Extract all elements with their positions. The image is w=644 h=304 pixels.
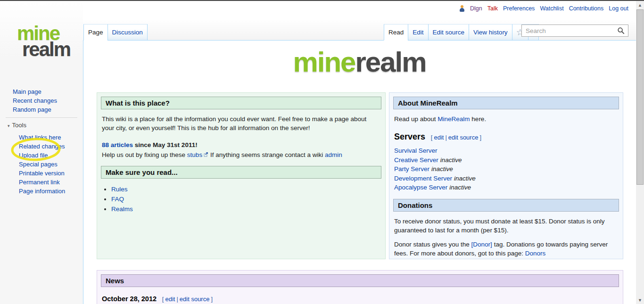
servers-edit-link[interactable]: edit xyxy=(434,134,444,141)
donations-paragraph-1: To receive donor status, you must donate… xyxy=(394,217,618,235)
sidebar-item-page-information[interactable]: Page information xyxy=(19,187,77,196)
news-date-row: October 28, 2012 [edit|edit source] xyxy=(102,295,618,303)
tab-page[interactable]: Page xyxy=(83,24,107,41)
search-button[interactable] xyxy=(614,25,628,36)
sidebar-item-printable-version[interactable]: Printable version xyxy=(19,169,77,178)
what-is-this-place-header: What is this place? xyxy=(101,97,381,109)
news-edit-link[interactable]: edit xyxy=(165,296,175,303)
server-status: inactive xyxy=(440,156,462,164)
sidebar-item-random-page[interactable]: Random page xyxy=(13,105,57,114)
donations-header: Donations xyxy=(393,199,619,212)
list-item: Realms xyxy=(111,204,380,214)
tools-header[interactable]: ▾Tools xyxy=(6,122,77,129)
sidebar-item-recent-changes[interactable]: Recent changes xyxy=(13,96,57,105)
minerealm-wiki-page: Dlgn Talk Preferences Watchlist Contribu… xyxy=(0,0,644,304)
rules-link[interactable]: Rules xyxy=(111,186,128,193)
about-intro: Read up about MineRealm here. xyxy=(394,115,618,123)
sidebar-logo-realm: realm xyxy=(22,41,70,58)
make-sure-you-read-header: Make sure you read... xyxy=(101,166,381,179)
sidebar-item-what-links-here[interactable]: What links here xyxy=(19,133,77,142)
search-box xyxy=(521,25,628,37)
about-intro-pre: Read up about xyxy=(394,115,438,123)
watchlist-link[interactable]: Watchlist xyxy=(540,5,563,12)
realms-link[interactable]: Realms xyxy=(111,205,133,213)
tab-edit[interactable]: Edit xyxy=(408,24,428,41)
server-list: Survival Server Creative Serverinactive … xyxy=(394,146,618,192)
news-date-heading: October 28, 2012 xyxy=(102,295,157,303)
user-icon xyxy=(459,5,465,12)
help-text-pre: Help us out by fixing up these xyxy=(102,151,187,158)
about-intro-post: here. xyxy=(470,115,487,123)
news-edit-source-link[interactable]: edit source xyxy=(180,296,210,303)
talk-link[interactable]: Talk xyxy=(487,5,498,12)
articles-count-link[interactable]: 88 articles xyxy=(102,141,133,148)
chevron-down-icon: ▾ xyxy=(8,123,10,128)
pipe-separator: | xyxy=(445,134,446,141)
tab-discussion[interactable]: Discussion xyxy=(107,24,148,41)
creative-server-link[interactable]: Creative Server xyxy=(394,156,438,164)
site-logo: minerealm xyxy=(83,46,636,78)
sidebar-navigation: Main page Recent changes Random page xyxy=(13,87,57,114)
sidebar-item-main-page[interactable]: Main page xyxy=(13,87,57,96)
sidebar: mine realm Main page Recent changes Rand… xyxy=(0,1,83,304)
sidebar-item-special-pages[interactable]: Special pages xyxy=(19,160,77,169)
server-row: Party Serverinactive xyxy=(394,164,618,174)
donors-page-link[interactable]: Donors xyxy=(525,250,546,257)
external-link-icon xyxy=(203,152,208,157)
list-item: FAQ xyxy=(111,194,380,204)
articles-count-line: 88 articles since May 31st 2011! xyxy=(102,140,380,149)
donor-tag-link[interactable]: [Donor] xyxy=(471,241,492,248)
list-item: Rules xyxy=(111,184,380,194)
tab-view-history[interactable]: View history xyxy=(469,24,512,41)
bracket-close: ] xyxy=(211,296,213,303)
survival-server-link[interactable]: Survival Server xyxy=(394,147,438,154)
tools-list: What links here Related changes Upload f… xyxy=(6,133,77,196)
faq-link[interactable]: FAQ xyxy=(111,196,124,203)
scroll-up-button[interactable]: ▲ xyxy=(636,1,644,9)
server-status: inactive xyxy=(454,175,476,182)
scrollbar-thumb[interactable] xyxy=(636,9,644,185)
vertical-scrollbar[interactable]: ▲ ▼ xyxy=(636,1,644,304)
minerealm-link[interactable]: MineRealm xyxy=(438,115,470,123)
site-logo-realm: realm xyxy=(355,46,426,78)
window-top-edge xyxy=(0,0,644,1)
development-server-link[interactable]: Development Server xyxy=(394,175,452,182)
tools-label: Tools xyxy=(12,122,26,129)
page-tabs-left: Page Discussion xyxy=(83,24,148,41)
servers-heading: Servers xyxy=(394,132,425,141)
site-logo-mine: mine xyxy=(293,46,355,78)
personal-toolbar: Dlgn Talk Preferences Watchlist Contribu… xyxy=(459,5,628,12)
donations-paragraph-2: Donor status gives you the [Donor] tag. … xyxy=(394,240,618,258)
sidebar-logo[interactable]: mine realm xyxy=(17,25,70,58)
server-row: Creative Serverinactive xyxy=(394,156,618,165)
sidebar-item-upload-file[interactable]: Upload file xyxy=(19,151,77,160)
must-read-list: Rules FAQ Realms xyxy=(111,184,380,214)
contributions-link[interactable]: Contributions xyxy=(569,5,604,12)
news-header: News xyxy=(101,274,619,287)
sidebar-item-permanent-link[interactable]: Permanent link xyxy=(19,178,77,187)
preferences-link[interactable]: Preferences xyxy=(503,5,535,12)
help-text-mid: If anything seems strange contact a wiki xyxy=(208,151,325,158)
sidebar-item-related-changes[interactable]: Related changes xyxy=(19,142,77,151)
help-line: Help us out by fixing up these stubs If … xyxy=(102,150,380,159)
news-edit-links: [edit|edit source] xyxy=(162,296,213,303)
server-row: Survival Server xyxy=(394,146,618,156)
tab-read[interactable]: Read xyxy=(384,24,408,41)
bracket-open: [ xyxy=(431,134,433,141)
bracket-open: [ xyxy=(162,296,164,303)
stubs-link[interactable]: stubs xyxy=(187,151,202,158)
admin-link[interactable]: admin xyxy=(325,151,342,158)
username-link[interactable]: Dlgn xyxy=(470,5,482,12)
server-status: inactive xyxy=(431,165,453,173)
about-minerealm-box: About MineRealm Read up about MineRealm … xyxy=(389,92,623,259)
party-server-link[interactable]: Party Server xyxy=(394,165,429,173)
logout-link[interactable]: Log out xyxy=(609,5,628,12)
what-is-this-place-paragraph: This wiki is a place for all the informa… xyxy=(102,115,380,132)
search-input[interactable] xyxy=(522,27,614,34)
apocalypse-server-link[interactable]: Apocalypse Server xyxy=(394,184,447,191)
servers-edit-source-link[interactable]: edit source xyxy=(448,134,479,141)
tab-edit-source[interactable]: Edit source xyxy=(428,24,469,41)
page-tabs-right: Read Edit Edit source View history ☆ ▾ xyxy=(384,24,539,41)
bracket-close: ] xyxy=(479,134,481,141)
scroll-down-button[interactable]: ▼ xyxy=(636,296,644,304)
